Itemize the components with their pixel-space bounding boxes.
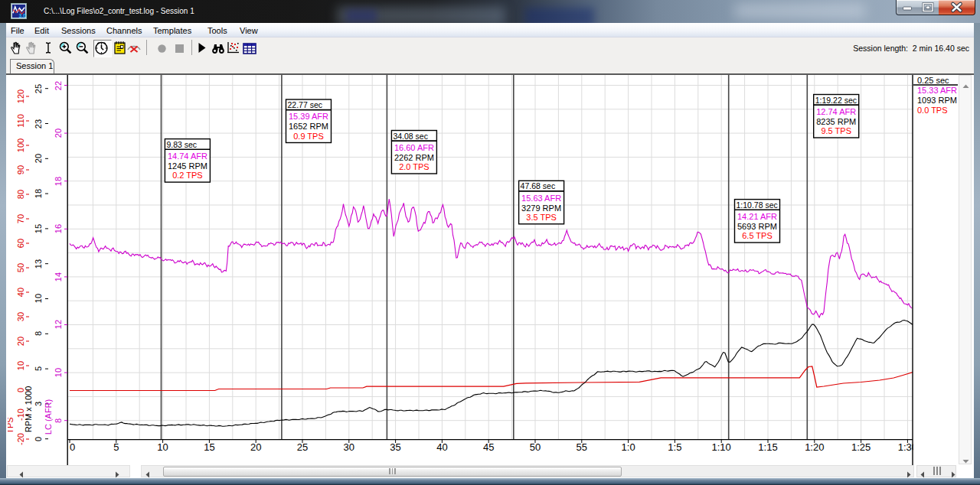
svg-text:30: 30 [16, 312, 25, 321]
svg-text:0.0 TPS: 0.0 TPS [917, 106, 948, 115]
svg-text:10: 10 [16, 361, 25, 370]
svg-text:15: 15 [34, 224, 43, 233]
svg-text:14: 14 [54, 272, 63, 282]
svg-text:16: 16 [54, 224, 63, 233]
svg-text:35: 35 [390, 441, 400, 453]
svg-text:23: 23 [34, 119, 43, 129]
svg-text:-20: -20 [16, 433, 25, 445]
svg-text:10: 10 [54, 368, 63, 377]
svg-text:1:15: 1:15 [758, 441, 777, 453]
svg-text:1:19.22 sec: 1:19.22 sec [815, 96, 857, 105]
svg-text:15: 15 [204, 441, 214, 453]
svg-text:5: 5 [113, 441, 119, 453]
svg-text:34.08 sec: 34.08 sec [393, 132, 428, 141]
svg-text:0: 0 [70, 441, 75, 453]
svg-text:50: 50 [530, 441, 541, 453]
svg-text:LC (AFR): LC (AFR) [44, 399, 53, 435]
svg-text:90: 90 [16, 165, 25, 174]
svg-text:13: 13 [34, 259, 43, 269]
svg-text:9.83 sec: 9.83 sec [166, 140, 197, 149]
svg-text:1:0: 1:0 [622, 441, 635, 453]
svg-text:1:20: 1:20 [805, 441, 824, 453]
svg-text:15.33 AFR: 15.33 AFR [917, 86, 957, 95]
svg-text:TPS: TPS [8, 417, 15, 433]
svg-text:12.74 AFR: 12.74 AFR [816, 107, 856, 116]
svg-text:8: 8 [54, 418, 63, 423]
svg-text:45: 45 [483, 441, 494, 453]
svg-text:8: 8 [34, 331, 43, 336]
svg-text:70: 70 [16, 214, 25, 223]
svg-text:0.2 TPS: 0.2 TPS [172, 171, 203, 180]
svg-text:18: 18 [54, 177, 63, 186]
svg-text:9.5 TPS: 9.5 TPS [821, 126, 851, 135]
svg-text:80: 80 [16, 190, 25, 199]
svg-text:22.77 sec: 22.77 sec [288, 100, 323, 109]
svg-text:25: 25 [34, 84, 43, 93]
svg-text:1:10: 1:10 [712, 441, 731, 453]
svg-text:100: 100 [16, 138, 25, 152]
svg-text:5: 5 [34, 366, 43, 371]
svg-text:47.68 sec: 47.68 sec [521, 181, 556, 190]
svg-text:10: 10 [157, 441, 168, 453]
svg-text:40: 40 [16, 288, 25, 297]
svg-text:20: 20 [16, 337, 25, 346]
svg-text:30: 30 [344, 441, 354, 453]
svg-text:40: 40 [436, 441, 447, 453]
svg-text:15.39 AFR: 15.39 AFR [289, 112, 328, 121]
svg-text:0: 0 [34, 437, 43, 441]
svg-text:14.21 AFR: 14.21 AFR [737, 212, 777, 221]
svg-text:55: 55 [577, 441, 587, 453]
svg-text:3.5 TPS: 3.5 TPS [526, 213, 557, 222]
svg-text:110: 110 [16, 114, 25, 128]
svg-text:2262 RPM: 2262 RPM [394, 153, 434, 162]
svg-text:20: 20 [54, 129, 63, 138]
svg-text:1652 RPM: 1652 RPM [289, 122, 328, 131]
svg-text:16.60 AFR: 16.60 AFR [394, 143, 434, 152]
svg-text:1:5: 1:5 [668, 441, 681, 453]
svg-text:60: 60 [16, 239, 25, 248]
svg-text:1:30: 1:30 [898, 441, 917, 453]
svg-text:18: 18 [34, 189, 43, 198]
svg-text:1093 RPM: 1093 RPM [917, 96, 957, 105]
svg-text:15.63 AFR: 15.63 AFR [521, 194, 561, 203]
svg-text:8235 RPM: 8235 RPM [816, 117, 856, 126]
svg-text:1:10.78 sec: 1:10.78 sec [737, 200, 778, 210]
svg-text:22: 22 [54, 81, 63, 90]
svg-text:2.0 TPS: 2.0 TPS [399, 162, 430, 171]
svg-text:3279 RPM: 3279 RPM [521, 203, 561, 213]
svg-text:5693 RPM: 5693 RPM [737, 222, 777, 231]
svg-text:RPM x 1000: RPM x 1000 [24, 386, 33, 433]
svg-text:1:25: 1:25 [851, 441, 871, 453]
svg-text:25: 25 [297, 441, 308, 453]
svg-text:20: 20 [250, 441, 261, 453]
svg-text:0.25 sec: 0.25 sec [917, 76, 949, 85]
svg-text:14.74 AFR: 14.74 AFR [168, 151, 207, 161]
svg-text:3: 3 [34, 402, 43, 406]
svg-text:1245 RPM: 1245 RPM [168, 161, 207, 171]
svg-text:50: 50 [16, 263, 25, 272]
svg-text:6.5 TPS: 6.5 TPS [742, 231, 773, 240]
svg-text:20: 20 [34, 154, 43, 163]
svg-text:3.0: 3.0 [19, 13, 27, 18]
svg-text:120: 120 [16, 90, 25, 103]
svg-text:0.9 TPS: 0.9 TPS [293, 132, 324, 141]
svg-text:12: 12 [54, 320, 63, 329]
svg-text:10: 10 [34, 294, 43, 303]
